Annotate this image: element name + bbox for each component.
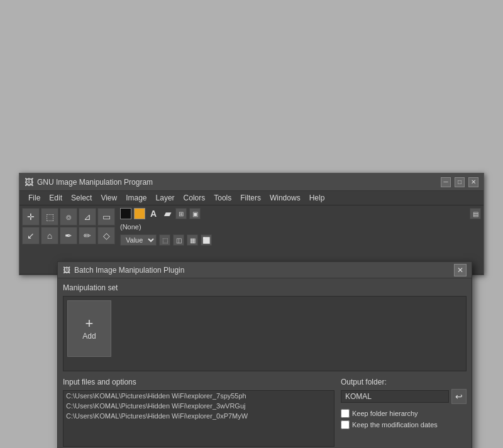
panel-icon[interactable]: ▤ <box>470 208 481 219</box>
value-icon-1[interactable]: ⬚ <box>159 234 170 246</box>
foreground-color[interactable] <box>120 208 131 219</box>
output-folder-label: Output folder: <box>341 378 467 386</box>
value-row: Value ⬚ ◫ ▦ ⬜ <box>120 234 481 246</box>
paintbrush-tool[interactable]: ✒ <box>60 227 77 244</box>
tool-row-1: ✛ ⬚ ⌾ ⊿ ▭ <box>22 208 115 226</box>
add-label: Add <box>82 332 96 341</box>
menu-edit[interactable]: Edit <box>45 192 66 204</box>
title-bar-controls: ─ □ ✕ <box>441 177 478 187</box>
menu-windows[interactable]: Windows <box>266 192 304 204</box>
manipulation-set-area: + Add <box>63 296 467 371</box>
dialog-title-bar: 🖼 Batch Image Manipulation Plugin ✕ <box>58 262 472 278</box>
dialog-title-left: 🖼 Batch Image Manipulation Plugin <box>63 266 184 275</box>
keep-dates-label[interactable]: Keep the modification dates <box>352 421 438 429</box>
keep-hierarchy-row: Keep folder hierarchy <box>341 409 467 418</box>
keep-dates-row: Keep the modification dates <box>341 420 467 429</box>
app-title: GNU Image Manipulation Program <box>37 178 153 187</box>
gimp-window: 🖼 GNU Image Manipulation Program ─ □ ✕ F… <box>19 173 484 275</box>
dialog-title: Batch Image Manipulation Plugin <box>74 266 184 275</box>
text-tool-icon[interactable]: A <box>148 208 159 219</box>
keep-hierarchy-checkbox[interactable] <box>341 409 350 418</box>
rect-select-tool[interactable]: ⬚ <box>41 208 58 226</box>
value-icon-4[interactable]: ⬜ <box>201 234 212 246</box>
lasso-tool[interactable]: ⌾ <box>60 208 77 226</box>
file-item-1[interactable]: C:\Users\KOMAL\Pictures\Hidden WiFi\expl… <box>64 391 334 401</box>
batch-dialog: 🖼 Batch Image Manipulation Plugin ✕ Mani… <box>57 261 472 448</box>
heal-tool[interactable]: ⌂ <box>41 227 58 244</box>
input-files-list[interactable]: C:\Users\KOMAL\Pictures\Hidden WiFi\expl… <box>63 390 334 447</box>
value-icon-2[interactable]: ◫ <box>173 234 184 246</box>
input-section: Input files and options C:\Users\KOMAL\P… <box>63 378 467 448</box>
file-item-2[interactable]: C:\Users\KOMAL\Pictures\Hidden WiFi\expl… <box>64 401 334 411</box>
plus-icon: + <box>86 317 94 331</box>
menu-layer[interactable]: Layer <box>152 192 179 204</box>
file-item-3[interactable]: C:\Users\KOMAL\Pictures\Hidden WiFi\expl… <box>64 411 334 421</box>
minimize-button[interactable]: ─ <box>441 177 451 187</box>
keep-hierarchy-label[interactable]: Keep folder hierarchy <box>352 410 418 417</box>
menu-bar: File Edit Select View Image Layer Colors… <box>19 191 484 205</box>
add-manipulation-button[interactable]: + Add <box>67 300 111 357</box>
pencil-tool[interactable]: ✏ <box>79 227 96 244</box>
input-files-label: Input files and options <box>63 378 334 386</box>
title-bar: 🖼 GNU Image Manipulation Program ─ □ ✕ <box>19 173 484 191</box>
none-label: (None) <box>120 222 481 232</box>
move-tool[interactable]: ✛ <box>22 208 40 226</box>
menu-tools[interactable]: Tools <box>210 192 235 204</box>
dialog-close-button[interactable]: ✕ <box>454 264 467 276</box>
value-select[interactable]: Value <box>120 234 157 246</box>
menu-view[interactable]: View <box>97 192 121 204</box>
fuzzy-select-tool[interactable]: ⊿ <box>79 208 96 226</box>
menu-filters[interactable]: Filters <box>236 192 265 204</box>
crop-tool[interactable]: ▭ <box>97 208 115 226</box>
input-right: Output folder: KOMAL ↩ Keep folder hiera… <box>341 378 467 448</box>
manipulation-set-label: Manipulation set <box>63 283 467 292</box>
menu-select[interactable]: Select <box>67 192 96 204</box>
keep-dates-checkbox[interactable] <box>341 420 350 429</box>
tool-row-2: ↙ ⌂ ✒ ✏ ◇ <box>22 227 115 244</box>
rotate-tool[interactable]: ↙ <box>22 227 40 244</box>
app-icon: 🖼 <box>25 177 33 187</box>
input-left: Input files and options C:\Users\KOMAL\P… <box>63 378 334 448</box>
output-folder-text: KOMAL <box>341 390 449 403</box>
eraser-tool[interactable]: ◇ <box>97 227 115 244</box>
menu-help[interactable]: Help <box>306 192 329 204</box>
output-folder-row: KOMAL ↩ <box>341 389 467 404</box>
menu-file[interactable]: File <box>25 192 44 204</box>
dialog-content: Manipulation set + Add Input files and o… <box>58 278 472 448</box>
background-color[interactable] <box>134 208 145 219</box>
menu-colors[interactable]: Colors <box>180 192 209 204</box>
color-tool-1[interactable]: ⊞ <box>175 208 187 219</box>
close-button[interactable]: ✕ <box>468 177 478 187</box>
maximize-button[interactable]: □ <box>455 177 465 187</box>
menu-image[interactable]: Image <box>122 192 150 204</box>
output-refresh-button[interactable]: ↩ <box>451 389 467 404</box>
title-bar-left: 🖼 GNU Image Manipulation Program <box>25 177 153 187</box>
histogram-icon[interactable]: ▰ <box>162 208 173 219</box>
color-tools: A ▰ ⊞ ▣ ▤ <box>120 208 481 219</box>
value-icon-3[interactable]: ▦ <box>187 234 198 246</box>
color-tool-2[interactable]: ▣ <box>189 208 201 219</box>
dialog-icon: 🖼 <box>63 266 70 275</box>
